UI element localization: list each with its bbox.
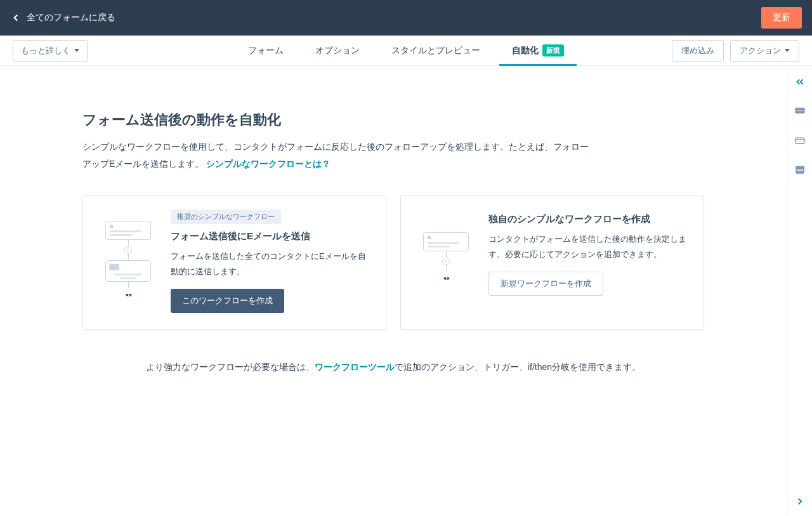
calendar-icon[interactable] [794, 164, 806, 175]
svg-point-1 [797, 110, 799, 111]
chevron-left-icon [10, 12, 22, 23]
right-sidebar [787, 66, 812, 516]
caret-down-icon [785, 49, 790, 52]
tab-style-preview[interactable]: スタイルとプレビュー [391, 36, 480, 65]
footer-text: より強力なワークフローが必要な場合は、ワークフローツールで追加のアクション、トリ… [82, 362, 704, 373]
actions-button[interactable]: アクション [730, 40, 799, 62]
recommended-badge: 推奨のシンプルなワークフロー [171, 209, 281, 224]
svg-rect-10 [801, 169, 802, 171]
back-label: 全てのフォームに戻る [27, 12, 115, 23]
tabbar: もっと詳しく フォーム オプション スタイルとプレビュー 自動化 新規 埋め込み… [0, 36, 812, 66]
card-description: コンタクトがフォームを送信した後の動作を決定します。必要に応じてアクションを追加… [488, 232, 687, 261]
svg-rect-8 [797, 169, 798, 171]
svg-rect-4 [796, 138, 804, 143]
card-custom-workflow: + ▪▫▪ 独自のシンプルなワークフローを作成 コンタクトがフォームを送信した後… [400, 195, 704, 330]
create-new-workflow-button[interactable]: 新規ワークフローを作成 [488, 272, 603, 296]
main-content: フォーム送信後の動作を自動化 シンプルなワークフローを使用して、コンタクトがフォ… [0, 66, 787, 516]
card-title: フォーム送信後にEメールを送信 [171, 230, 369, 242]
workflow-illustration: + ▪▫▪ [417, 209, 475, 313]
card-description: フォームを送信した全てのコンタクトにEメールを自動的に送信します。 [171, 249, 369, 279]
more-details-button[interactable]: もっと詳しく [13, 40, 88, 62]
card-title: 独自のシンプルなワークフローを作成 [488, 213, 687, 225]
svg-point-3 [801, 110, 802, 111]
create-this-workflow-button[interactable]: このワークフローを作成 [171, 289, 284, 313]
card-recommended-workflow: + ▪▫▪ 推奨のシンプルなワークフロー フォーム送信後にEメールを送信 フォー… [82, 195, 386, 330]
simple-workflow-link[interactable]: シンプルなワークフローとは？ [206, 159, 331, 169]
svg-rect-9 [799, 169, 800, 171]
new-badge: 新規 [542, 44, 564, 56]
workflow-tool-link[interactable]: ワークフローツール [315, 362, 395, 372]
collapse-icon[interactable] [794, 76, 806, 88]
update-button[interactable]: 更新 [761, 7, 802, 29]
page-description: シンプルなワークフローを使用して、コンタクトがフォームに反応した後のフォローアッ… [82, 138, 590, 172]
svg-rect-7 [796, 166, 804, 168]
embed-button[interactable]: 埋め込み [672, 40, 724, 62]
actions-label: アクション [740, 45, 781, 56]
message-icon[interactable] [794, 105, 806, 117]
expand-icon[interactable] [794, 496, 806, 507]
topbar: 全てのフォームに戻る 更新 [0, 0, 812, 36]
card-icon[interactable] [794, 135, 806, 146]
page-title: フォーム送信後の動作を自動化 [82, 110, 704, 129]
tab-form[interactable]: フォーム [248, 36, 284, 65]
tab-automation[interactable]: 自動化 新規 [512, 36, 564, 65]
more-label: もっと詳しく [21, 45, 70, 56]
svg-point-2 [799, 110, 801, 111]
workflow-illustration: + ▪▫▪ [100, 209, 157, 313]
tab-option[interactable]: オプション [315, 36, 360, 65]
tabs: フォーム オプション スタイルとプレビュー 自動化 新規 [248, 36, 564, 65]
caret-down-icon [74, 49, 79, 52]
tabbar-right: 埋め込み アクション [672, 40, 799, 62]
back-link[interactable]: 全てのフォームに戻る [10, 12, 115, 23]
